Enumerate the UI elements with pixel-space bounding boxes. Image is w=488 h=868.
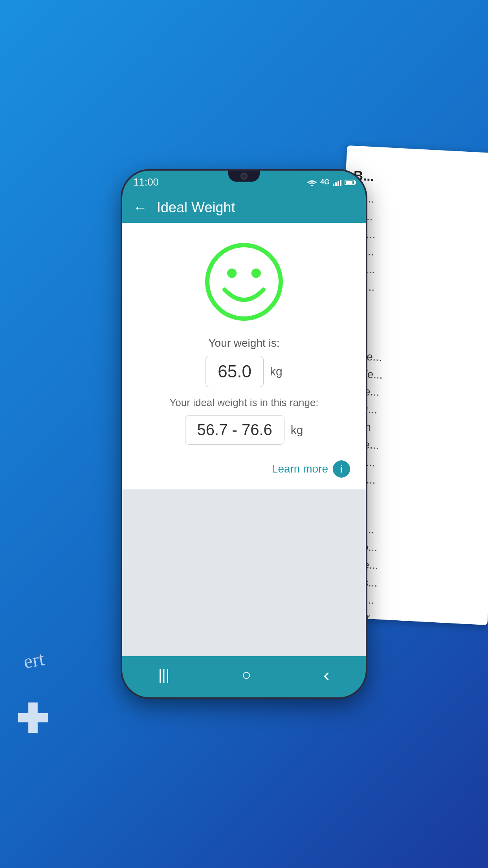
weight-value: 65.0 bbox=[205, 356, 264, 387]
bg-cross-icon: ✚ bbox=[16, 696, 49, 742]
battery-icon bbox=[345, 180, 355, 185]
learn-more-row: Learn more i bbox=[138, 456, 350, 478]
nav-menu-button[interactable]: ||| bbox=[158, 667, 169, 683]
nav-home-button[interactable]: ○ bbox=[242, 666, 251, 684]
battery-fill bbox=[346, 181, 352, 184]
paper-text-1: Th...bo...bre...not...acti...into... bbox=[347, 189, 488, 303]
signal-type: 4G bbox=[320, 178, 330, 186]
nav-bar: ||| ○ ‹ bbox=[122, 656, 366, 697]
svg-point-2 bbox=[227, 268, 237, 278]
content-card: Your weight is: 65.0 kg Your ideal weigh… bbox=[122, 223, 366, 489]
phone-frame: 11:00 4G ← Ideal Weight bbox=[122, 171, 366, 697]
weight-value-row: 65.0 kg bbox=[205, 356, 282, 387]
smiley-svg bbox=[201, 239, 287, 325]
svg-point-0 bbox=[311, 185, 313, 186]
paper-heading-1: B... bbox=[353, 166, 488, 193]
status-time: 11:00 bbox=[133, 176, 159, 188]
signal-bars-icon bbox=[333, 179, 341, 186]
back-button[interactable]: ← bbox=[133, 200, 147, 215]
ideal-unit: kg bbox=[291, 423, 303, 437]
camera-dot bbox=[240, 173, 248, 180]
phone-notch bbox=[228, 171, 260, 182]
ideal-label: Your ideal weight is in this range: bbox=[169, 397, 318, 409]
ideal-range-value: 56.7 - 76.6 bbox=[185, 415, 284, 445]
nav-back-button[interactable]: ‹ bbox=[323, 664, 330, 686]
status-icons: 4G bbox=[307, 178, 355, 186]
paper-heading-2: WhBM bbox=[345, 303, 488, 351]
smiley-face bbox=[201, 239, 287, 325]
bg-annotation: ert bbox=[22, 647, 46, 673]
svg-point-1 bbox=[207, 245, 281, 319]
info-icon[interactable]: i bbox=[333, 460, 350, 478]
app-title: Ideal Weight bbox=[157, 199, 235, 216]
ideal-range-row: 56.7 - 76.6 kg bbox=[185, 415, 303, 445]
weight-unit: kg bbox=[270, 365, 283, 378]
grey-content-area bbox=[122, 489, 366, 656]
weight-label: Your weight is: bbox=[208, 337, 279, 349]
learn-more-link[interactable]: Learn more bbox=[272, 463, 328, 475]
phone-screen: Your weight is: 65.0 kg Your ideal weigh… bbox=[122, 223, 366, 656]
wifi-icon bbox=[307, 178, 317, 186]
svg-point-3 bbox=[251, 268, 261, 278]
app-bar: ← Ideal Weight bbox=[122, 192, 366, 223]
